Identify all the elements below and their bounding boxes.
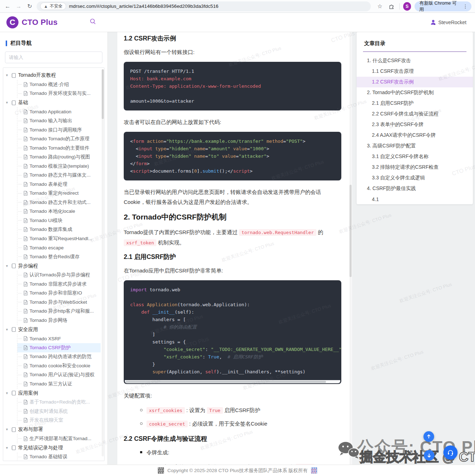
security-chip[interactable]: ▲ 不安全 bbox=[40, 2, 66, 10]
toc-item-label: 2.2 CSRF令牌生成与验证流程 bbox=[372, 111, 438, 117]
connector bbox=[18, 402, 22, 402]
tree-item-label: Tornado 第三方认证 bbox=[30, 381, 72, 387]
search-icon[interactable] bbox=[90, 18, 96, 26]
toc-item[interactable]: 4. CSRF防护最佳实践 bbox=[357, 183, 473, 194]
tree-item[interactable]: 开发在线聊天室 bbox=[17, 416, 101, 425]
document-icon bbox=[23, 118, 28, 123]
scroll-top-button[interactable] bbox=[423, 431, 434, 442]
toc-item[interactable]: 3.3 自定义令牌生成逻辑 bbox=[357, 173, 473, 183]
tree-item[interactable]: Tornado 本地化locale bbox=[17, 207, 101, 216]
extensions-icon[interactable] bbox=[388, 2, 396, 11]
document-icon bbox=[23, 200, 28, 205]
tree-item[interactable]: Tornado escape bbox=[17, 243, 101, 253]
tree-item[interactable]: Tornado 重定向redirect bbox=[17, 189, 101, 198]
tree-section-4[interactable]: ▼应用案例 bbox=[5, 389, 101, 398]
tree-item[interactable]: Tornado 重写RequestHandl... bbox=[17, 234, 101, 243]
toc-item[interactable]: 1. 什么是CSRF攻击 bbox=[357, 55, 473, 66]
tree-scrollbar[interactable] bbox=[102, 69, 104, 456]
text-run: 机制实现。 bbox=[156, 239, 185, 245]
tree-item[interactable]: Tornado 异步网络 bbox=[17, 316, 101, 325]
tree-item-label: Tornado cookie和安全cookie bbox=[30, 363, 90, 369]
tree-item[interactable]: Tornado 概述·介绍 bbox=[17, 80, 101, 89]
tree-item[interactable]: Tornado UI模块 bbox=[17, 216, 101, 225]
tree-section-0[interactable]: ▼Tornado开发教程 bbox=[5, 71, 101, 80]
tree-section-3[interactable]: ▼安全应用 bbox=[5, 325, 101, 334]
tree-item[interactable]: Tornado XSRF bbox=[17, 334, 101, 344]
tree-item[interactable]: Tornado 接口与调用顺序 bbox=[17, 125, 101, 135]
menu-kebab-icon[interactable]: ⋮ bbox=[461, 4, 469, 9]
toc-item[interactable]: 2.1 启用CSRF防护 bbox=[357, 98, 473, 109]
tree-section-1[interactable]: ▼基础 bbox=[5, 98, 101, 107]
inline-code: True bbox=[207, 407, 223, 414]
tree-item[interactable]: Tornado 非阻塞式异步请求 bbox=[17, 280, 101, 289]
toc-item[interactable]: 3. 高级CSRF防护配置 bbox=[357, 141, 473, 151]
bookmark-star-icon[interactable]: ☆ bbox=[376, 2, 384, 11]
tree-item[interactable]: Tornado 数据库集成 bbox=[17, 225, 101, 234]
tree-item[interactable]: Tornado Tornado的主要组件 bbox=[17, 144, 101, 153]
tree-item[interactable]: Tornado 基础错误 bbox=[17, 453, 101, 461]
tree-item-label: Tornado 输入与输出 bbox=[30, 118, 72, 124]
url-bar[interactable]: ▲ 不安全 mdrsec.com/#/ctoplus_article/12a41… bbox=[37, 1, 371, 11]
tree-item-label: Tornado 数据库集成 bbox=[30, 226, 72, 233]
tree-item[interactable]: Tornado 路由(routing)与视图 bbox=[17, 153, 101, 162]
toc-item-label: 2.4 AJAX请求中的CSRF令牌 bbox=[372, 132, 436, 139]
toc-item[interactable]: 3.2 排除特定请求的CSRF检查 bbox=[357, 162, 473, 173]
tree-item[interactable]: Tornado Tornado的工作原理 bbox=[17, 135, 101, 144]
tree-item[interactable]: Tornado 模板渲染(template) bbox=[17, 162, 101, 171]
tree-item[interactable]: 基于Tornado+Redis的贪吃... bbox=[17, 398, 101, 407]
tree-item[interactable]: 生产环境部署与配置Tornad... bbox=[17, 434, 101, 443]
document-icon bbox=[23, 300, 28, 305]
connector bbox=[18, 411, 22, 411]
text-run: 假设银行网站有一个转账接口: bbox=[124, 49, 194, 55]
forward-icon[interactable]: → bbox=[15, 2, 23, 11]
customer-service-button[interactable] bbox=[443, 445, 458, 460]
tree-children: 认识Tornado异步与异步编程Tornado 非阻塞式异步请求Tornado … bbox=[17, 271, 101, 325]
toc-item[interactable]: 2.4 AJAX请求中的CSRF令牌 bbox=[357, 130, 473, 141]
tree-item[interactable]: Tornado 开发环境安装与实... bbox=[17, 89, 101, 98]
connector bbox=[18, 148, 22, 148]
tree-item[interactable]: Tornado cookie和安全cookie bbox=[17, 361, 101, 370]
profile-avatar[interactable]: S bbox=[403, 2, 411, 11]
site-logo[interactable]: C CTO Plus bbox=[0, 16, 82, 28]
article-scrollbar[interactable] bbox=[349, 32, 352, 465]
connector bbox=[18, 229, 22, 230]
tree-item[interactable]: Tornado 整合Redis缓存 bbox=[17, 252, 101, 261]
tree-section-6[interactable]: ▼常见错误记录与处理 bbox=[5, 443, 101, 453]
tree-item[interactable]: Tornado 第三方认证 bbox=[17, 379, 101, 389]
horizontal-scrollbar[interactable] bbox=[125, 380, 340, 383]
caret-down-icon: ▼ bbox=[5, 328, 9, 331]
inline-code: xsrf_token bbox=[124, 239, 156, 246]
tree-item[interactable]: Tornado 用户认证(验证)与授权 bbox=[17, 370, 101, 380]
tree-item[interactable]: Tornado 异步http客户端和服... bbox=[17, 307, 101, 316]
toc-item[interactable]: 3.1 自定义CSRF令牌名称 bbox=[357, 151, 473, 162]
tree-item[interactable]: Tornado 表单处理 bbox=[17, 180, 101, 189]
tree-section-2[interactable]: ▼异步编程 bbox=[5, 261, 101, 271]
tree-item[interactable]: 认识Tornado异步与异步编程 bbox=[17, 271, 101, 280]
tree-section-5[interactable]: ▼发布与部署 bbox=[5, 425, 101, 434]
tree-item[interactable]: Tornado 异步和非阻塞IO bbox=[17, 289, 101, 298]
toc-item[interactable]: 1.1 CSRF攻击原理 bbox=[357, 66, 473, 77]
tree-item[interactable]: Tornado CSRF防护 bbox=[17, 343, 101, 352]
tree-item[interactable]: 创建实时通知系统 bbox=[17, 407, 101, 416]
chrome-update-button[interactable]: 有新版 Chrome 可用 ⋮ bbox=[415, 1, 471, 11]
toc-item[interactable]: 2. Tornado中的CSRF防护机制 bbox=[357, 87, 473, 98]
sidebar-search-input[interactable] bbox=[5, 52, 102, 63]
article-paragraph: 关键配置项: bbox=[124, 391, 341, 401]
tree-item[interactable]: Tornado 异步与WebSocket bbox=[17, 298, 101, 307]
toc-item[interactable]: 1.2 CSRF攻击示例 bbox=[357, 77, 473, 87]
reload-icon[interactable]: ↻ bbox=[26, 2, 34, 11]
tree-item[interactable]: Tornado 静态文件和主动式... bbox=[17, 198, 101, 207]
document-icon bbox=[23, 164, 28, 169]
toc-item[interactable]: 4.1 bbox=[357, 194, 473, 204]
scroll-bottom-button[interactable] bbox=[424, 450, 434, 461]
tree-item[interactable]: Tornado Application bbox=[17, 107, 101, 117]
user-menu[interactable]: SteveRocket bbox=[430, 19, 466, 25]
tree-item[interactable]: Tornado 跨站伪造请求的防范 bbox=[17, 352, 101, 362]
toc-item[interactable]: 2.2 CSRF令牌生成与验证流程 bbox=[357, 109, 473, 119]
back-icon[interactable]: ← bbox=[4, 2, 12, 11]
tree-item[interactable]: Tornado 静态文件与媒体文... bbox=[17, 171, 101, 180]
toc-item[interactable]: 2.3 表单中的CSRF令牌 bbox=[357, 119, 473, 130]
scrollbar-thumb[interactable] bbox=[126, 381, 326, 383]
site-header: C CTO Plus SteveRocket bbox=[0, 13, 475, 32]
tree-item[interactable]: Tornado 输入与输出 bbox=[17, 117, 101, 126]
